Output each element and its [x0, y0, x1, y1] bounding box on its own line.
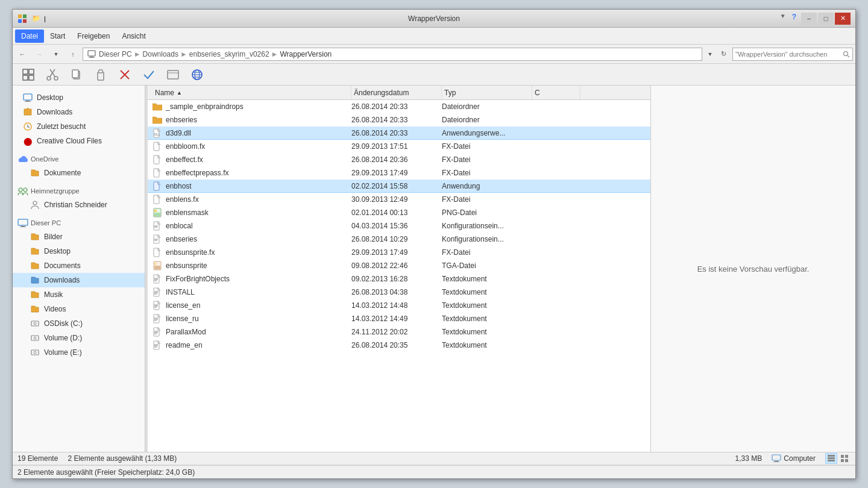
table-row[interactable]: enbeffectprepass.fx 29.09.2013 17:49 FX-… — [148, 166, 650, 180]
volume-e-icon — [30, 347, 40, 358]
file-date: 26.08.2014 20:36 — [351, 155, 442, 164]
file-area: Name ▲ Änderungsdatum Typ C — [148, 86, 650, 452]
toolbar-rename-button[interactable] — [162, 66, 184, 83]
delete-icon — [118, 68, 131, 81]
dieser-pc-header[interactable]: Dieser PC — [13, 214, 145, 230]
toolbar-cut-button[interactable] — [42, 66, 63, 83]
menu-ansicht[interactable]: Ansicht — [116, 30, 151, 43]
table-row[interactable]: INSTALL 26.08.2013 04:38 Textdokument — [148, 286, 650, 299]
table-row[interactable]: enblocal 04.03.2014 15:36 Konfigurations… — [148, 219, 650, 233]
sidebar-item-videos[interactable]: Videos — [13, 302, 145, 316]
file-name: enbhost — [166, 182, 192, 190]
sidebar-label-bilder: Bilder — [44, 233, 63, 241]
col-name-label: Name — [155, 89, 174, 97]
sidebar-item-volume-d[interactable]: Volume (D:) — [13, 331, 145, 345]
toolbar-globe-button[interactable] — [186, 66, 208, 83]
search-box[interactable] — [732, 48, 853, 61]
close-button[interactable]: ✕ — [835, 13, 851, 25]
forward-button[interactable]: → — [32, 48, 46, 61]
table-row[interactable]: enblens.fx 30.09.2013 12:49 FX-Datei — [148, 193, 650, 206]
svg-rect-43 — [31, 321, 39, 326]
table-row[interactable]: FixForBrightObjects 09.02.2013 16:28 Tex… — [148, 272, 650, 286]
text-icon — [153, 314, 162, 324]
table-row[interactable]: license_en 14.03.2012 14:48 Textdokument — [148, 299, 650, 312]
recent-button[interactable]: ▼ — [49, 48, 63, 61]
menu-freigeben[interactable]: Freigeben — [71, 30, 116, 43]
table-row[interactable]: enbseries 26.08.2014 10:29 Konfiguration… — [148, 233, 650, 246]
table-row[interactable]: enbhost 02.02.2014 15:58 Anwendung — [148, 180, 650, 193]
menu-start[interactable]: Start — [44, 30, 71, 43]
sidebar-item-desktop[interactable]: Desktop — [13, 90, 145, 105]
menu-datei[interactable]: Datei — [15, 30, 44, 43]
detail-view-icon — [827, 454, 835, 463]
minimize-button[interactable]: − — [801, 13, 817, 25]
svg-rect-2 — [18, 19, 22, 23]
svg-point-15 — [47, 77, 51, 80]
desktop-icon — [22, 92, 33, 103]
col-header-type[interactable]: Typ — [442, 86, 532, 99]
status-bar-top: 19 Elemente 2 Elemente ausgewählt (1,33 … — [13, 452, 855, 465]
table-row[interactable]: enbseries 26.08.2014 20:33 Dateiordner — [148, 113, 650, 127]
exe-icon — [153, 181, 162, 191]
table-row[interactable]: enblensmask 02.01.2014 00:13 PNG-Datei — [148, 206, 650, 219]
onedrive-header[interactable]: OneDrive — [13, 151, 145, 166]
sidebar-label-creative-cloud: Creative Cloud Files — [37, 137, 102, 145]
toolbar-paste-button[interactable] — [90, 66, 112, 83]
sidebar-item-recent[interactable]: Zuletzt besucht — [13, 119, 145, 134]
window-icon — [17, 14, 27, 23]
table-row[interactable]: enbeffect.fx 26.08.2014 20:36 FX-Datei — [148, 153, 650, 166]
cut-icon — [46, 68, 59, 81]
address-path[interactable]: Dieser PC ► Downloads ► enbseries_skyrim… — [83, 48, 702, 61]
sidebar-item-volume-e[interactable]: Volume (E:) — [13, 345, 145, 360]
toolbar-checkmark-button[interactable] — [138, 66, 160, 83]
large-view-icon — [840, 454, 849, 463]
toolbar-copy-button[interactable] — [66, 66, 87, 83]
toolbar-view-button[interactable] — [17, 66, 39, 83]
table-row[interactable]: _sample_enbpraindrops 26.08.2014 20:33 D… — [148, 100, 650, 113]
table-row[interactable]: enbsunsprite 09.08.2012 22:46 TGA-Datei — [148, 259, 650, 272]
dieser-pc-label: Dieser PC — [31, 219, 61, 227]
text-icon — [153, 301, 162, 310]
col-header-name[interactable]: Name ▲ — [153, 86, 351, 99]
svg-rect-0 — [18, 14, 22, 18]
sidebar-item-bilder[interactable]: Bilder — [13, 230, 145, 244]
refresh-button[interactable]: ↻ — [717, 48, 730, 61]
table-row[interactable]: enbbloom.fx 29.09.2013 17:51 FX-Datei — [148, 140, 650, 153]
detail-view-button[interactable] — [825, 453, 837, 464]
sidebar-item-downloads-quick[interactable]: Downloads — [13, 105, 145, 119]
file-name: enbbloom.fx — [166, 142, 205, 151]
sidebar-item-downloads[interactable]: Downloads — [13, 273, 145, 287]
file-date: 04.03.2014 15:36 — [351, 222, 442, 230]
sidebar-item-christian[interactable]: Christian Schneider — [13, 198, 145, 212]
sidebar-item-documents[interactable]: Documents — [13, 258, 145, 273]
table-row[interactable]: readme_en 26.08.2014 20:35 Textdokument — [148, 339, 650, 352]
toolbar-delete-button[interactable] — [114, 66, 136, 83]
sidebar-item-musik[interactable]: Musik — [13, 287, 145, 302]
sidebar-item-dokumente[interactable]: Dokumente — [13, 166, 145, 180]
folder-icon — [153, 115, 162, 125]
svg-point-77 — [154, 263, 157, 265]
globe-icon — [190, 68, 204, 81]
file-name: enblensmask — [166, 208, 209, 217]
sidebar-item-osdisk[interactable]: OSDisk (C:) — [13, 316, 145, 331]
large-view-button[interactable] — [838, 453, 851, 464]
sidebar-item-creative-cloud[interactable]: ⬤ Creative Cloud Files — [13, 134, 145, 148]
dokumente-icon — [30, 167, 40, 178]
maximize-button[interactable]: □ — [818, 13, 834, 25]
up-button[interactable]: ↑ — [66, 48, 80, 61]
svg-rect-20 — [99, 70, 102, 73]
search-input[interactable] — [735, 51, 843, 58]
col-header-date[interactable]: Änderungsdatum — [351, 86, 442, 99]
bilder-icon — [30, 231, 40, 242]
file-name: d3d9.dll — [166, 129, 191, 137]
sidebar-item-desktop2[interactable]: Desktop — [13, 244, 145, 258]
table-row[interactable]: DLL d3d9.dll 26.08.2014 20:33 Anwendungs… — [148, 127, 650, 140]
back-button[interactable]: ← — [15, 48, 30, 61]
fx-icon — [153, 155, 162, 164]
table-row[interactable]: ParallaxMod 24.11.2012 20:02 Textdokumen… — [148, 325, 650, 339]
table-row[interactable]: license_ru 14.03.2012 14:49 Textdokument — [148, 312, 650, 325]
heimnetz-header[interactable]: Heimnetzgruppe — [13, 183, 145, 198]
table-row[interactable]: enbsunsprite.fx 29.09.2013 17:49 FX-Date… — [148, 246, 650, 259]
col-header-size[interactable]: C — [532, 86, 580, 99]
path-dropdown-button[interactable]: ▼ — [705, 48, 715, 61]
